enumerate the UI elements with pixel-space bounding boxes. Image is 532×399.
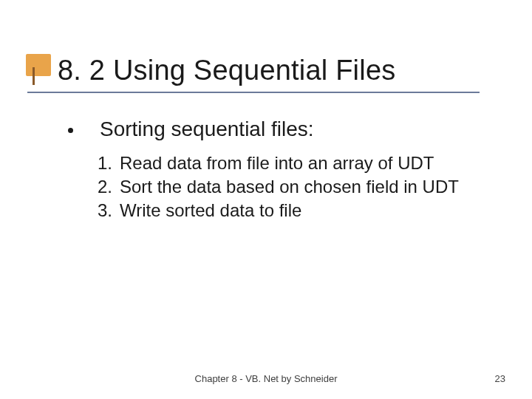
step-number: 2. [90, 175, 112, 199]
slide: 8. 2 Using Sequential Files Sorting sequ… [0, 0, 532, 399]
flag-pole-icon [33, 67, 35, 85]
bullet-item: Sorting sequential files: [68, 117, 314, 141]
step-number: 1. [90, 151, 112, 175]
page-number: 23 [495, 373, 505, 384]
footer-text: Chapter 8 - VB. Net by Schneider [0, 373, 532, 384]
list-item: 3. Write sorted data to file [90, 199, 459, 222]
step-text: Write sorted data to file [120, 199, 301, 222]
list-item: 2. Sort the data based on chosen field i… [90, 175, 459, 199]
step-text: Sort the data based on chosen field in U… [120, 175, 459, 199]
step-text: Read data from file into an array of UDT [120, 151, 434, 175]
steps-list: 1. Read data from file into an array of … [90, 151, 459, 222]
flag-icon [26, 54, 51, 76]
title-divider [27, 92, 480, 93]
slide-title: 8. 2 Using Sequential Files [58, 55, 395, 86]
step-number: 3. [90, 199, 112, 222]
list-item: 1. Read data from file into an array of … [90, 151, 459, 175]
bullet-dot-icon [68, 128, 73, 133]
bullet-text: Sorting sequential files: [100, 117, 314, 141]
flag-logo [26, 54, 51, 85]
